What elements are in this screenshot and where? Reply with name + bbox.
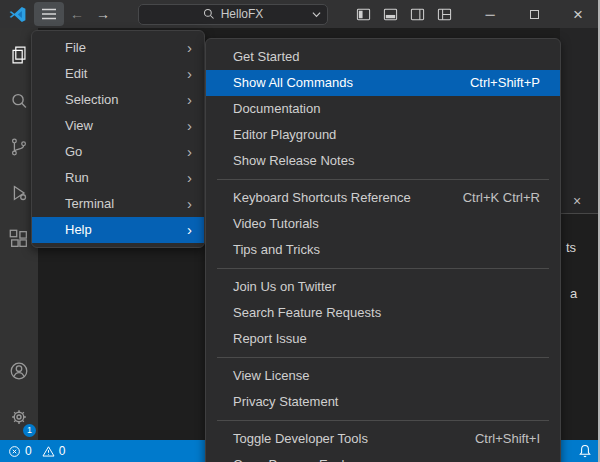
menu-item-label: Search Feature Requests (233, 300, 381, 326)
menu-item-join-us-on-twitter[interactable]: Join Us on Twitter (206, 274, 560, 300)
bell-icon (578, 444, 592, 458)
menu-item-label: Editor Playground (233, 122, 336, 148)
problems-status[interactable]: 0 0 (8, 444, 71, 458)
menu-item-label: Show All Commands (233, 70, 353, 96)
source-control-icon (8, 136, 30, 158)
command-center-search[interactable]: HelloFX (138, 4, 328, 25)
account-icon (8, 360, 30, 382)
menu-item-label: File (65, 40, 86, 55)
menu-item-search-feature-requests[interactable]: Search Feature Requests (206, 300, 560, 326)
menu-item-label: Toggle Developer Tools (233, 426, 368, 452)
menu-item-label: Selection (65, 92, 118, 107)
menu-item-label: Get Started (233, 44, 299, 70)
customize-layout-icon (437, 7, 452, 22)
menu-item-label: Go (65, 144, 82, 159)
maximize-icon (530, 10, 539, 19)
toggle-sidebar-icon (356, 7, 371, 22)
shortcut-label: Ctrl+Shift+I (475, 426, 540, 452)
chevron-right-icon: › (187, 139, 192, 165)
menu-item-label: View (65, 118, 93, 133)
menu-item-label: Terminal (65, 196, 114, 211)
menu-item-video-tutorials[interactable]: Video Tutorials (206, 211, 560, 237)
menu-item-toggle-developer-tools[interactable]: Toggle Developer Tools Ctrl+Shift+I (206, 426, 560, 452)
toggle-panel-button[interactable] (377, 2, 404, 26)
menu-item-privacy-statement[interactable]: Privacy Statement (206, 389, 560, 415)
menu-item-report-issue[interactable]: Report Issue (206, 326, 560, 352)
warning-count: 0 (59, 444, 66, 458)
menu-item-label: Help (65, 222, 92, 237)
error-icon (8, 445, 21, 458)
menu-item-label: View License (233, 363, 309, 389)
hamburger-icon (42, 8, 56, 20)
error-count: 0 (25, 444, 32, 458)
editor-content-fragment: ts a (560, 214, 600, 440)
explorer-icon (8, 44, 30, 66)
menu-item-editor-playground[interactable]: Editor Playground (206, 122, 560, 148)
menu-separator (217, 357, 549, 358)
settings-badge: 1 (23, 424, 36, 437)
menu-item-label: Report Issue (233, 326, 307, 352)
menu-item-get-started[interactable]: Get Started (206, 44, 560, 70)
editor-tab-area: × (560, 28, 600, 214)
maximize-button[interactable] (512, 0, 556, 28)
navigate-forward-button[interactable]: → (90, 2, 116, 26)
toggle-secondary-sidebar-button[interactable] (404, 2, 431, 26)
hamburger-menu-button[interactable] (34, 2, 64, 26)
menu-separator (217, 179, 549, 180)
search-icon (203, 8, 215, 20)
menu-item-view[interactable]: View › (32, 113, 204, 139)
warning-icon (42, 445, 55, 458)
extensions-icon (8, 228, 30, 250)
menu-item-selection[interactable]: Selection › (32, 87, 204, 113)
menu-item-label: Documentation (233, 96, 320, 122)
editor-text-fragment: a (570, 286, 577, 301)
shortcut-label: Ctrl+Shift+P (470, 70, 540, 96)
menu-item-label: Edit (65, 66, 87, 81)
menu-item-run[interactable]: Run › (32, 165, 204, 191)
menu-item-show-release-notes[interactable]: Show Release Notes (206, 148, 560, 174)
close-window-button[interactable]: × (556, 0, 600, 28)
menu-item-label: Run (65, 170, 89, 185)
chevron-right-icon: › (187, 61, 192, 87)
menu-item-edit[interactable]: Edit › (32, 61, 204, 87)
help-submenu: Get Started Show All Commands Ctrl+Shift… (205, 38, 561, 462)
menu-separator (217, 420, 549, 421)
menu-item-open-process-explorer[interactable]: Open Process Explorer (206, 452, 560, 462)
chevron-right-icon: › (187, 35, 192, 61)
command-center-text: HelloFX (221, 7, 264, 21)
menu-item-terminal[interactable]: Terminal › (32, 191, 204, 217)
layout-controls (350, 2, 458, 26)
search-icon (8, 90, 30, 112)
chevron-right-icon: › (187, 87, 192, 113)
notifications-bell-button[interactable] (578, 444, 592, 458)
tab-close-button[interactable]: × (573, 194, 581, 208)
chevron-right-icon: › (187, 217, 192, 243)
account-button[interactable] (0, 348, 38, 394)
chevron-right-icon: › (187, 165, 192, 191)
toggle-sidebar-button[interactable] (350, 2, 377, 26)
editor-right-strip: × ts a (560, 28, 600, 440)
menu-item-go[interactable]: Go › (32, 139, 204, 165)
menu-item-help[interactable]: Help › (32, 217, 204, 243)
minimize-button[interactable]: ─ (468, 0, 512, 28)
menu-item-label: Show Release Notes (233, 148, 354, 174)
toggle-panel-icon (383, 7, 398, 22)
toggle-secondary-sidebar-icon (410, 7, 425, 22)
menu-item-documentation[interactable]: Documentation (206, 96, 560, 122)
settings-gear-button[interactable]: 1 (0, 394, 38, 440)
customize-layout-button[interactable] (431, 2, 458, 26)
menu-item-view-license[interactable]: View License (206, 363, 560, 389)
run-debug-icon (8, 182, 30, 204)
menu-item-keyboard-shortcuts-reference[interactable]: Keyboard Shortcuts Reference Ctrl+K Ctrl… (206, 185, 560, 211)
main-menu-dropdown: File › Edit › Selection › View › Go › Ru… (31, 30, 205, 248)
menu-item-tips-and-tricks[interactable]: Tips and Tricks (206, 237, 560, 263)
menu-item-label: Join Us on Twitter (233, 274, 336, 300)
vscode-logo-icon (0, 5, 34, 24)
chevron-right-icon: › (187, 113, 192, 139)
menu-item-file[interactable]: File › (32, 35, 204, 61)
editor-text-fragment: ts (566, 240, 576, 255)
navigate-back-button[interactable]: ← (64, 2, 90, 26)
menu-item-show-all-commands[interactable]: Show All Commands Ctrl+Shift+P (206, 70, 560, 96)
menu-item-label: Tips and Tricks (233, 237, 320, 263)
menu-item-label: Open Process Explorer (233, 452, 367, 462)
